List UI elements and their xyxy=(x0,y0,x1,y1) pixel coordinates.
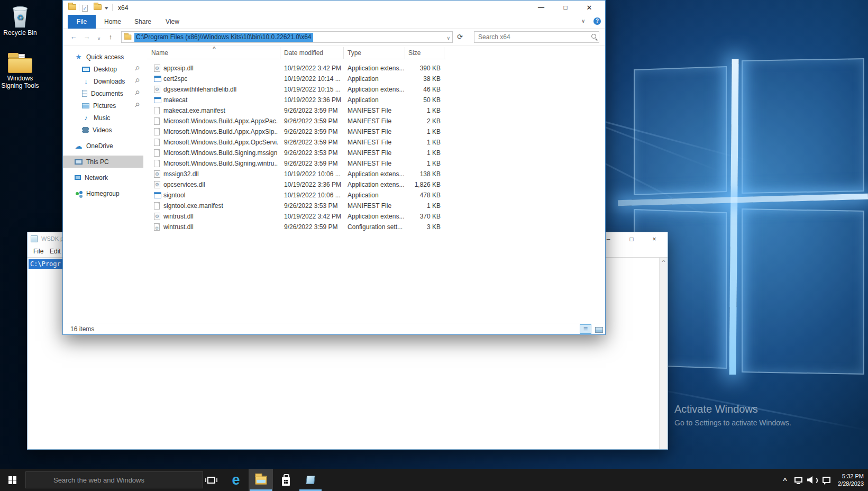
file-row[interactable]: Microsoft.Windows.Build.Signing.mssign..… xyxy=(147,148,446,158)
file-row[interactable]: appxsip.dll10/19/2022 3:42 PMApplication… xyxy=(147,63,446,74)
file-row[interactable]: wintrust.dll9/26/2022 3:59 PMConfigurati… xyxy=(147,222,446,232)
file-date-modified: 9/26/2022 3:59 PM xyxy=(284,128,343,135)
search-box[interactable] xyxy=(474,31,599,43)
manifest-file-icon xyxy=(154,128,160,135)
back-button[interactable]: ← xyxy=(68,32,79,42)
file-row[interactable]: wintrust.dll10/19/2022 3:42 PMApplicatio… xyxy=(147,211,446,222)
properties-icon[interactable]: ✓ xyxy=(82,5,88,12)
file-row[interactable]: makecat10/19/2022 3:36 PMApplication50 K… xyxy=(147,95,446,105)
sidebar-item-network[interactable]: Network xyxy=(63,171,143,184)
file-size: 1 KB xyxy=(395,202,441,210)
column-header-size[interactable]: Size xyxy=(408,49,421,57)
file-row[interactable]: Microsoft.Windows.Build.Appx.AppxPac...9… xyxy=(147,116,446,126)
start-button[interactable] xyxy=(0,469,25,491)
up-button[interactable]: ↑ xyxy=(105,32,116,42)
menu-edit[interactable]: Edit xyxy=(50,248,61,255)
minimize-button[interactable]: — xyxy=(534,3,549,13)
sidebar-item-desktop[interactable]: Desktop⚲ xyxy=(63,63,143,75)
column-divider[interactable] xyxy=(280,47,280,59)
taskbar-notepad-button[interactable] xyxy=(298,469,323,491)
maximize-button[interactable]: □ xyxy=(626,234,637,244)
close-button[interactable]: ✕ xyxy=(582,3,597,13)
taskbar-search-input[interactable] xyxy=(26,472,203,488)
taskbar-edge-button[interactable]: e xyxy=(224,469,248,491)
file-row[interactable]: makecat.exe.manifest9/26/2022 3:59 PMMAN… xyxy=(147,105,446,116)
file-row[interactable]: dgssexwithfilehandlelib.dll10/19/2022 10… xyxy=(147,84,446,95)
file-row[interactable]: opcservices.dll10/19/2022 3:36 PMApplica… xyxy=(147,179,446,190)
refresh-button[interactable]: ⟳ xyxy=(457,33,463,41)
taskbar-clock[interactable]: 5:32 PM 2/28/2023 xyxy=(838,472,864,487)
volume-tray-button[interactable] xyxy=(806,469,818,491)
file-row[interactable]: signtool10/19/2022 10:06 ...Application4… xyxy=(147,190,446,201)
column-divider[interactable] xyxy=(343,47,344,59)
tab-home[interactable]: Home xyxy=(100,15,125,29)
column-header-name[interactable]: Name xyxy=(151,49,168,57)
video-icon xyxy=(82,127,89,133)
explorer-titlebar[interactable]: ✓ ▾ x64 — □ ✕ xyxy=(63,1,605,15)
help-button[interactable]: ? xyxy=(593,17,601,25)
show-hidden-icons-button[interactable]: ^ xyxy=(779,469,791,491)
expand-ribbon-chevron-icon[interactable]: ∨ xyxy=(581,18,585,24)
tab-file[interactable]: File xyxy=(68,15,96,29)
tab-share[interactable]: Share xyxy=(130,15,156,29)
forward-button[interactable]: → xyxy=(81,32,92,42)
toolbar-separator xyxy=(79,4,79,11)
search-input[interactable] xyxy=(474,32,599,42)
customize-toolbar-chevron-icon[interactable]: ▾ xyxy=(105,5,108,11)
desktop-icon-windows-signing-tools[interactable]: WindowsSigning Tools xyxy=(0,53,40,89)
recent-locations-chevron-icon[interactable]: ∨ xyxy=(94,34,104,43)
file-row[interactable]: Microsoft.Windows.Build.Appx.AppxSip....… xyxy=(147,126,446,137)
file-size: 2 KB xyxy=(395,117,441,125)
sidebar-item-videos[interactable]: Videos xyxy=(63,124,143,136)
sidebar-item-downloads[interactable]: Downloads⚲ xyxy=(63,75,143,87)
sidebar-item-label: Videos xyxy=(93,126,112,134)
network-tray-button[interactable] xyxy=(792,469,805,491)
file-row[interactable]: mssign32.dll10/19/2022 10:06 ...Applicat… xyxy=(147,169,446,179)
sidebar-item-homegroup[interactable]: Homegroup xyxy=(63,187,143,199)
column-divider[interactable] xyxy=(444,47,444,59)
sidebar-item-this-pc[interactable]: This PC xyxy=(63,156,143,168)
file-row[interactable]: Microsoft.Windows.Build.Appx.OpcServi...… xyxy=(147,137,446,148)
column-header-date-modified[interactable]: Date modified xyxy=(284,49,323,57)
sidebar-item-pictures[interactable]: Pictures⚲ xyxy=(63,99,143,112)
notepad-window-title: WSDK p xyxy=(41,235,63,242)
file-size: 1,826 KB xyxy=(395,181,441,188)
file-name: Microsoft.Windows.Build.Appx.OpcServi... xyxy=(163,139,278,146)
column-header-type[interactable]: Type xyxy=(348,49,361,57)
menu-file[interactable]: File xyxy=(33,248,43,255)
sidebar-item-quick-access[interactable]: Quick access xyxy=(63,51,143,63)
close-button[interactable]: × xyxy=(648,234,660,244)
toolbar-separator xyxy=(112,4,113,11)
file-row[interactable]: Microsoft.Windows.Build.Signing.wintru..… xyxy=(147,158,446,169)
maximize-button[interactable]: □ xyxy=(558,3,573,13)
taskbar-file-explorer-button[interactable] xyxy=(249,469,273,491)
file-row[interactable]: cert2spc10/19/2022 10:14 ...Application3… xyxy=(147,74,446,84)
search-icon[interactable] xyxy=(591,34,596,39)
column-divider[interactable] xyxy=(405,47,405,59)
tab-view[interactable]: View xyxy=(160,15,185,29)
sidebar-item-onedrive[interactable]: OneDrive xyxy=(63,140,143,152)
file-size: 1 KB xyxy=(395,128,441,135)
desktop-icon-label: WindowsSigning Tools xyxy=(0,75,40,89)
file-row[interactable]: signtool.exe.manifest9/26/2022 3:53 PMMA… xyxy=(147,201,446,211)
file-size: 370 KB xyxy=(395,213,441,220)
taskbar-store-button[interactable] xyxy=(273,469,298,491)
taskbar-search-box[interactable] xyxy=(25,471,203,488)
exe-file-icon xyxy=(154,192,161,198)
sidebar-item-music[interactable]: Music xyxy=(63,112,143,124)
details-view-button[interactable]: ≣ xyxy=(580,324,591,334)
quick-access-folder-icon[interactable] xyxy=(68,4,76,10)
sidebar-item-label: Quick access xyxy=(86,53,124,61)
sidebar-item-documents[interactable]: Documents⚲ xyxy=(63,87,143,99)
address-dropdown-chevron-icon[interactable]: ∨ xyxy=(446,35,450,41)
action-center-button[interactable] xyxy=(819,469,833,491)
new-folder-icon[interactable] xyxy=(94,4,102,10)
desktop-icon-recycle-bin[interactable]: ♻ Recycle Bin xyxy=(0,4,40,37)
scroll-up-icon[interactable]: ^ xyxy=(658,259,669,265)
address-bar[interactable]: C:\Program Files (x86)\\Windows Kits\10\… xyxy=(121,31,453,43)
task-view-button[interactable] xyxy=(199,469,223,491)
toolbar-divider xyxy=(63,45,605,46)
folder-front-icon xyxy=(8,58,32,73)
notepad-scrollbar[interactable]: ^ xyxy=(659,258,668,449)
large-icons-view-button[interactable] xyxy=(592,324,604,334)
